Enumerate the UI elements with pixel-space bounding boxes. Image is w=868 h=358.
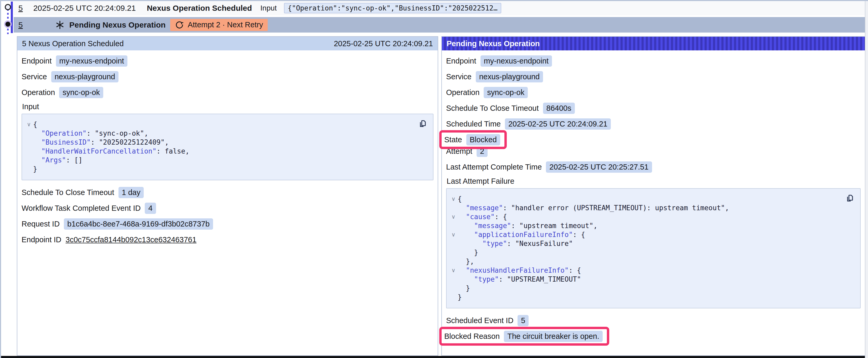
code-line: } (449, 293, 842, 301)
code-line: } (449, 248, 842, 257)
input-json-viewer: ∨{"Operation": "sync-op-ok","BusinessID"… (22, 113, 433, 180)
field-label: Service (446, 72, 471, 81)
field-request-id: Request IDb1c6a4bc-8ee7-468a-9169-df3b02… (22, 218, 434, 230)
field-value-badge: 2025-02-25 UTC 20:25:27.51 (546, 161, 652, 173)
field-label: Workflow Task Completed Event ID (22, 204, 141, 213)
field-value-badge: Blocked (466, 134, 500, 145)
input-json-code: ∨{"Operation": "sync-op-ok","BusinessID"… (25, 120, 414, 173)
field-value-badge: 86400s (543, 103, 575, 114)
code-line: "type": "UPSTREAM_TIMEOUT" (449, 275, 842, 284)
field-label: Scheduled Event ID (446, 316, 513, 325)
panel-nexus-operation-scheduled: 5 Nexus Operation Scheduled 2025-02-25 U… (17, 36, 438, 356)
code-line: ∨"applicationFailureInfo": { (449, 230, 842, 239)
code-line: } (25, 165, 414, 173)
field-label: Blocked Reason (444, 332, 500, 341)
field-operation: Operationsync-op-ok (22, 87, 434, 98)
left-panel-fields-bottom: Schedule To Close Timeout1 dayWorkflow T… (22, 187, 434, 246)
retry-badge: Attempt 2 · Next Retry (170, 19, 268, 31)
field-state: StateBlocked (444, 134, 500, 145)
code-gutter (449, 257, 458, 266)
code-line: } (449, 284, 842, 293)
code-gutter (449, 293, 458, 301)
right-panel-fields-bottom: Scheduled Event ID5Blocked ReasonThe cir… (446, 315, 861, 346)
code-gutter (449, 203, 458, 212)
field-label: Endpoint (22, 57, 52, 65)
right-panel-title: Pending Nexus Operation (446, 39, 540, 48)
field-service: Servicenexus-playground (22, 71, 434, 83)
event-row-pending[interactable]: 5 Pending Nexus Operation Attempt 2 · Ne… (14, 17, 865, 33)
field-value-badge: my-nexus-endpoint (56, 55, 128, 67)
copy-icon[interactable] (845, 193, 855, 203)
code-line: ∨"cause": { (449, 212, 842, 221)
scrollbar-track[interactable] (865, 1, 868, 358)
annotation-highlight-box: Blocked ReasonThe circuit breaker is ope… (439, 327, 609, 346)
event-input-preview[interactable]: {"Operation":"sync-op-ok","BusinessID":"… (284, 3, 501, 13)
field-scheduled-time: Scheduled Time2025-02-25 UTC 20:24:09.21 (446, 118, 861, 130)
event-title: Nexus Operation Scheduled (147, 4, 252, 12)
field-value-badge: nexus-playground (51, 71, 119, 83)
collapse-chevron-icon[interactable]: ∨ (449, 230, 458, 239)
collapse-chevron-icon[interactable]: ∨ (449, 194, 458, 203)
code-line: "BusinessID": "20250225122409", (25, 138, 414, 147)
code-gutter (25, 156, 33, 165)
code-gutter (449, 275, 458, 284)
right-panel-header: Pending Nexus Operation (442, 37, 865, 51)
field-endpoint: Endpointmy-nexus-endpoint (22, 55, 434, 67)
field-label: Schedule To Close Timeout (22, 188, 114, 197)
field-schedule-to-close-timeout: Schedule To Close Timeout1 day (22, 187, 434, 198)
retry-refresh-icon (175, 21, 184, 29)
event-timestamp: 2025-02-25 UTC 20:24:09.21 (33, 4, 136, 12)
field-value-badge: The circuit breaker is open. (504, 331, 603, 342)
field-operation: Operationsync-op-ok (446, 87, 861, 98)
code-gutter (449, 284, 458, 293)
event-id-link[interactable]: 5 (19, 21, 23, 29)
workflow-event-history-view: 5 2025-02-25 UTC 20:24:09.21 Nexus Opera… (0, 0, 868, 358)
field-schedule-to-close-timeout: Schedule To Close Timeout86400s (446, 102, 861, 114)
input-section-label: Input (22, 102, 434, 111)
retry-badge-label: Attempt 2 · Next Retry (188, 21, 263, 29)
field-label: Operation (22, 88, 55, 97)
field-value-badge: b1c6a4bc-8ee7-468a-9169-df3b02c8737b (64, 218, 213, 230)
field-workflow-task-completed-event-id: Workflow Task Completed Event ID4 (22, 202, 434, 214)
event-row-scheduled[interactable]: 5 2025-02-25 UTC 20:24:09.21 Nexus Opera… (14, 1, 865, 15)
field-label: Schedule To Close Timeout (446, 104, 539, 112)
panel-pending-nexus-operation: Pending Nexus Operation Endpointmy-nexus… (441, 36, 865, 356)
field-endpoint: Endpointmy-nexus-endpoint (446, 55, 861, 67)
field-label: Last Attempt Complete Time (446, 163, 542, 171)
field-value-badge: sync-op-ok (484, 87, 528, 98)
field-value-badge: nexus-playground (476, 71, 543, 83)
field-label: Operation (446, 88, 479, 97)
row-divider (14, 15, 865, 17)
field-label: Endpoint (446, 57, 476, 65)
right-panel-fields-top: Endpointmy-nexus-endpointServicenexus-pl… (446, 55, 861, 173)
code-line: "message": "handler error (UPSTREAM_TIME… (449, 203, 842, 212)
code-gutter (449, 221, 458, 230)
field-value-badge: my-nexus-endpoint (480, 55, 552, 67)
left-panel-fields-top: Endpointmy-nexus-endpointServicenexus-pl… (22, 55, 434, 98)
event-node-current-icon (5, 22, 10, 27)
code-line: ∨{ (25, 120, 414, 129)
collapse-chevron-icon[interactable]: ∨ (25, 120, 33, 129)
field-scheduled-event-id: Scheduled Event ID5 (446, 315, 861, 326)
field-label: Scheduled Time (446, 120, 501, 128)
code-gutter (25, 138, 33, 147)
failure-section-label: Last Attempt Failure (446, 177, 861, 186)
timeline-active-bar (11, 2, 13, 33)
viewport-bottom-edge (1, 356, 865, 358)
left-panel-title: 5 Nexus Operation Scheduled (22, 39, 124, 48)
collapse-chevron-icon[interactable]: ∨ (449, 266, 458, 275)
field-value-link[interactable]: 3c0c75ccfa8144b092c13ce632463761 (66, 235, 196, 244)
code-line: "Args": [] (25, 156, 414, 165)
code-gutter (25, 165, 33, 173)
event-id-link[interactable]: 5 (19, 4, 23, 12)
annotation-highlight-box: StateBlocked (439, 130, 507, 149)
failure-json-viewer: ∨{"message": "handler error (UPSTREAM_TI… (446, 188, 861, 308)
field-blocked-reason: Blocked ReasonThe circuit breaker is ope… (444, 330, 603, 342)
event-node-open-icon (5, 4, 10, 10)
field-label: State (444, 135, 462, 144)
code-line: }, (449, 257, 842, 266)
collapse-chevron-icon[interactable]: ∨ (449, 212, 458, 221)
failure-json-code: ∨{"message": "handler error (UPSTREAM_TI… (449, 194, 842, 301)
code-gutter (449, 239, 458, 248)
copy-icon[interactable] (418, 118, 428, 128)
